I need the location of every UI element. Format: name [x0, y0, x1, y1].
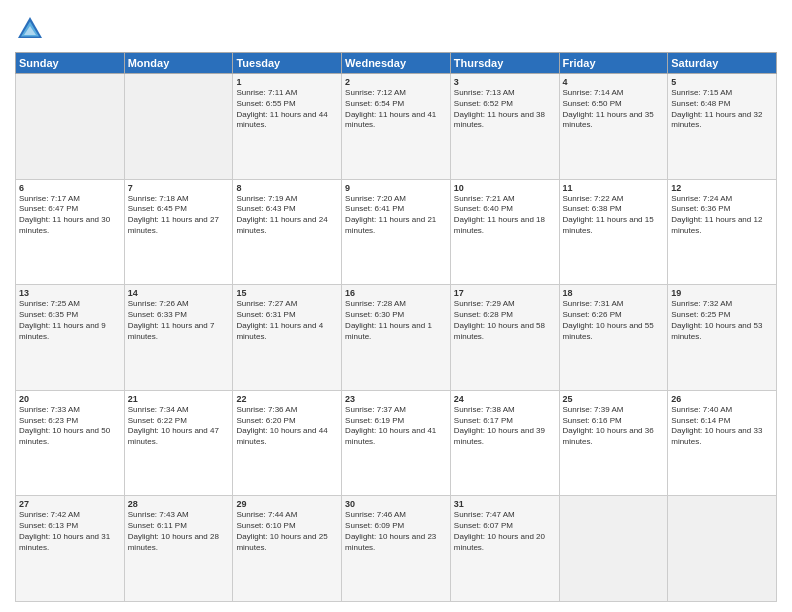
day-info: Sunrise: 7:26 AM Sunset: 6:33 PM Dayligh… — [128, 299, 230, 342]
calendar-cell — [16, 74, 125, 180]
day-number: 19 — [671, 288, 773, 298]
page: SundayMondayTuesdayWednesdayThursdayFrid… — [0, 0, 792, 612]
day-number: 11 — [563, 183, 665, 193]
calendar-cell: 7Sunrise: 7:18 AM Sunset: 6:45 PM Daylig… — [124, 179, 233, 285]
calendar-cell — [124, 74, 233, 180]
calendar-cell: 5Sunrise: 7:15 AM Sunset: 6:48 PM Daylig… — [668, 74, 777, 180]
day-info: Sunrise: 7:19 AM Sunset: 6:43 PM Dayligh… — [236, 194, 338, 237]
day-info: Sunrise: 7:29 AM Sunset: 6:28 PM Dayligh… — [454, 299, 556, 342]
day-info: Sunrise: 7:15 AM Sunset: 6:48 PM Dayligh… — [671, 88, 773, 131]
day-info: Sunrise: 7:11 AM Sunset: 6:55 PM Dayligh… — [236, 88, 338, 131]
day-info: Sunrise: 7:47 AM Sunset: 6:07 PM Dayligh… — [454, 510, 556, 553]
calendar-cell: 22Sunrise: 7:36 AM Sunset: 6:20 PM Dayli… — [233, 390, 342, 496]
day-number: 31 — [454, 499, 556, 509]
logo — [15, 14, 49, 44]
day-info: Sunrise: 7:21 AM Sunset: 6:40 PM Dayligh… — [454, 194, 556, 237]
day-info: Sunrise: 7:14 AM Sunset: 6:50 PM Dayligh… — [563, 88, 665, 131]
calendar-cell: 6Sunrise: 7:17 AM Sunset: 6:47 PM Daylig… — [16, 179, 125, 285]
calendar-cell — [668, 496, 777, 602]
day-info: Sunrise: 7:25 AM Sunset: 6:35 PM Dayligh… — [19, 299, 121, 342]
day-info: Sunrise: 7:36 AM Sunset: 6:20 PM Dayligh… — [236, 405, 338, 448]
day-info: Sunrise: 7:33 AM Sunset: 6:23 PM Dayligh… — [19, 405, 121, 448]
week-row-3: 13Sunrise: 7:25 AM Sunset: 6:35 PM Dayli… — [16, 285, 777, 391]
day-number: 3 — [454, 77, 556, 87]
day-info: Sunrise: 7:38 AM Sunset: 6:17 PM Dayligh… — [454, 405, 556, 448]
calendar-cell: 18Sunrise: 7:31 AM Sunset: 6:26 PM Dayli… — [559, 285, 668, 391]
day-number: 30 — [345, 499, 447, 509]
calendar-cell: 8Sunrise: 7:19 AM Sunset: 6:43 PM Daylig… — [233, 179, 342, 285]
calendar-cell: 4Sunrise: 7:14 AM Sunset: 6:50 PM Daylig… — [559, 74, 668, 180]
day-number: 18 — [563, 288, 665, 298]
day-number: 16 — [345, 288, 447, 298]
day-number: 15 — [236, 288, 338, 298]
calendar-cell: 13Sunrise: 7:25 AM Sunset: 6:35 PM Dayli… — [16, 285, 125, 391]
day-number: 12 — [671, 183, 773, 193]
day-number: 24 — [454, 394, 556, 404]
calendar-cell: 17Sunrise: 7:29 AM Sunset: 6:28 PM Dayli… — [450, 285, 559, 391]
calendar-cell: 29Sunrise: 7:44 AM Sunset: 6:10 PM Dayli… — [233, 496, 342, 602]
day-info: Sunrise: 7:43 AM Sunset: 6:11 PM Dayligh… — [128, 510, 230, 553]
day-info: Sunrise: 7:37 AM Sunset: 6:19 PM Dayligh… — [345, 405, 447, 448]
day-number: 29 — [236, 499, 338, 509]
day-info: Sunrise: 7:27 AM Sunset: 6:31 PM Dayligh… — [236, 299, 338, 342]
calendar-cell: 23Sunrise: 7:37 AM Sunset: 6:19 PM Dayli… — [342, 390, 451, 496]
day-number: 4 — [563, 77, 665, 87]
day-number: 23 — [345, 394, 447, 404]
calendar-cell: 24Sunrise: 7:38 AM Sunset: 6:17 PM Dayli… — [450, 390, 559, 496]
calendar-cell: 16Sunrise: 7:28 AM Sunset: 6:30 PM Dayli… — [342, 285, 451, 391]
calendar-cell: 30Sunrise: 7:46 AM Sunset: 6:09 PM Dayli… — [342, 496, 451, 602]
weekday-header-wednesday: Wednesday — [342, 53, 451, 74]
weekday-header-monday: Monday — [124, 53, 233, 74]
calendar-cell: 10Sunrise: 7:21 AM Sunset: 6:40 PM Dayli… — [450, 179, 559, 285]
logo-icon — [15, 14, 45, 44]
day-number: 27 — [19, 499, 121, 509]
calendar-cell: 3Sunrise: 7:13 AM Sunset: 6:52 PM Daylig… — [450, 74, 559, 180]
calendar-cell: 15Sunrise: 7:27 AM Sunset: 6:31 PM Dayli… — [233, 285, 342, 391]
calendar-body: 1Sunrise: 7:11 AM Sunset: 6:55 PM Daylig… — [16, 74, 777, 602]
weekday-header-friday: Friday — [559, 53, 668, 74]
calendar-cell: 2Sunrise: 7:12 AM Sunset: 6:54 PM Daylig… — [342, 74, 451, 180]
day-number: 17 — [454, 288, 556, 298]
header — [15, 10, 777, 44]
day-info: Sunrise: 7:34 AM Sunset: 6:22 PM Dayligh… — [128, 405, 230, 448]
week-row-1: 1Sunrise: 7:11 AM Sunset: 6:55 PM Daylig… — [16, 74, 777, 180]
day-info: Sunrise: 7:18 AM Sunset: 6:45 PM Dayligh… — [128, 194, 230, 237]
day-number: 21 — [128, 394, 230, 404]
day-number: 6 — [19, 183, 121, 193]
weekday-header-sunday: Sunday — [16, 53, 125, 74]
day-number: 10 — [454, 183, 556, 193]
day-number: 22 — [236, 394, 338, 404]
calendar-cell: 26Sunrise: 7:40 AM Sunset: 6:14 PM Dayli… — [668, 390, 777, 496]
week-row-2: 6Sunrise: 7:17 AM Sunset: 6:47 PM Daylig… — [16, 179, 777, 285]
day-number: 25 — [563, 394, 665, 404]
calendar-cell: 14Sunrise: 7:26 AM Sunset: 6:33 PM Dayli… — [124, 285, 233, 391]
day-number: 8 — [236, 183, 338, 193]
calendar-cell: 25Sunrise: 7:39 AM Sunset: 6:16 PM Dayli… — [559, 390, 668, 496]
calendar-cell: 21Sunrise: 7:34 AM Sunset: 6:22 PM Dayli… — [124, 390, 233, 496]
calendar-cell: 31Sunrise: 7:47 AM Sunset: 6:07 PM Dayli… — [450, 496, 559, 602]
day-info: Sunrise: 7:24 AM Sunset: 6:36 PM Dayligh… — [671, 194, 773, 237]
calendar-cell: 11Sunrise: 7:22 AM Sunset: 6:38 PM Dayli… — [559, 179, 668, 285]
calendar-cell: 9Sunrise: 7:20 AM Sunset: 6:41 PM Daylig… — [342, 179, 451, 285]
day-info: Sunrise: 7:13 AM Sunset: 6:52 PM Dayligh… — [454, 88, 556, 131]
calendar-header: SundayMondayTuesdayWednesdayThursdayFrid… — [16, 53, 777, 74]
day-number: 26 — [671, 394, 773, 404]
day-info: Sunrise: 7:42 AM Sunset: 6:13 PM Dayligh… — [19, 510, 121, 553]
weekday-header-row: SundayMondayTuesdayWednesdayThursdayFrid… — [16, 53, 777, 74]
day-number: 2 — [345, 77, 447, 87]
day-info: Sunrise: 7:22 AM Sunset: 6:38 PM Dayligh… — [563, 194, 665, 237]
day-number: 20 — [19, 394, 121, 404]
day-number: 1 — [236, 77, 338, 87]
day-info: Sunrise: 7:31 AM Sunset: 6:26 PM Dayligh… — [563, 299, 665, 342]
calendar-cell — [559, 496, 668, 602]
calendar-cell: 28Sunrise: 7:43 AM Sunset: 6:11 PM Dayli… — [124, 496, 233, 602]
calendar-cell: 27Sunrise: 7:42 AM Sunset: 6:13 PM Dayli… — [16, 496, 125, 602]
day-number: 14 — [128, 288, 230, 298]
calendar-cell: 20Sunrise: 7:33 AM Sunset: 6:23 PM Dayli… — [16, 390, 125, 496]
week-row-4: 20Sunrise: 7:33 AM Sunset: 6:23 PM Dayli… — [16, 390, 777, 496]
day-number: 28 — [128, 499, 230, 509]
day-number: 5 — [671, 77, 773, 87]
day-number: 9 — [345, 183, 447, 193]
week-row-5: 27Sunrise: 7:42 AM Sunset: 6:13 PM Dayli… — [16, 496, 777, 602]
day-info: Sunrise: 7:39 AM Sunset: 6:16 PM Dayligh… — [563, 405, 665, 448]
